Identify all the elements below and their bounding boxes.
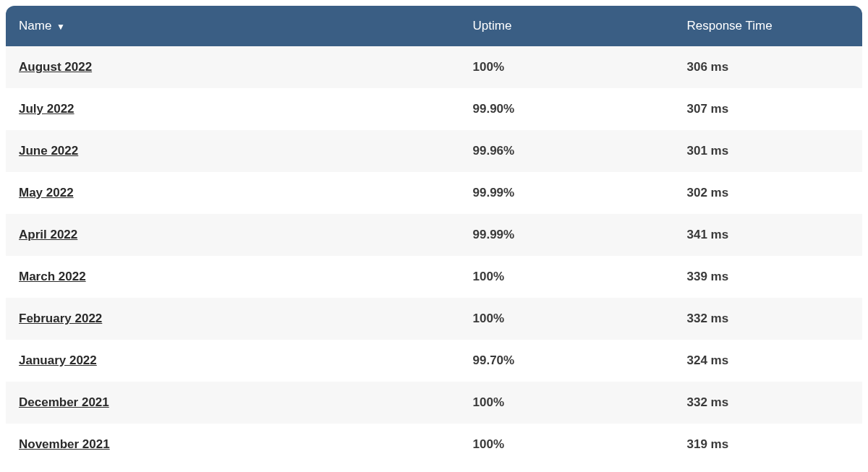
cell-uptime: 99.70% <box>460 340 674 382</box>
cell-response-time: 302 ms <box>674 172 862 214</box>
period-link[interactable]: July 2022 <box>19 102 75 116</box>
table-body: August 2022100%306 msJuly 202299.90%307 … <box>6 46 862 465</box>
header-uptime-label: Uptime <box>473 19 512 33</box>
cell-response-time: 324 ms <box>674 340 862 382</box>
cell-name: February 2022 <box>6 298 460 340</box>
period-link[interactable]: January 2022 <box>19 353 97 367</box>
cell-uptime: 100% <box>460 424 674 465</box>
cell-name: December 2021 <box>6 382 460 424</box>
sort-descending-icon: ▼ <box>56 22 65 32</box>
cell-uptime: 100% <box>460 46 674 88</box>
cell-name: November 2021 <box>6 424 460 465</box>
cell-uptime: 100% <box>460 382 674 424</box>
cell-response-time: 307 ms <box>674 88 862 130</box>
period-link[interactable]: December 2021 <box>19 395 109 409</box>
table-row: November 2021100%319 ms <box>6 424 862 465</box>
table-row: July 202299.90%307 ms <box>6 88 862 130</box>
table-row: April 202299.99%341 ms <box>6 214 862 256</box>
period-link[interactable]: April 2022 <box>19 228 77 241</box>
cell-name: May 2022 <box>6 172 460 214</box>
cell-uptime: 99.90% <box>460 88 674 130</box>
period-link[interactable]: March 2022 <box>19 270 86 283</box>
table-row: March 2022100%339 ms <box>6 256 862 298</box>
table-row: June 202299.96%301 ms <box>6 130 862 172</box>
uptime-table: Name ▼ Uptime Response Time August 20221… <box>6 6 862 465</box>
cell-response-time: 332 ms <box>674 382 862 424</box>
cell-response-time: 332 ms <box>674 298 862 340</box>
period-link[interactable]: February 2022 <box>19 312 102 325</box>
table-row: January 202299.70%324 ms <box>6 340 862 382</box>
cell-name: June 2022 <box>6 130 460 172</box>
table-row: May 202299.99%302 ms <box>6 172 862 214</box>
cell-uptime: 100% <box>460 256 674 298</box>
header-name-label: Name <box>19 19 51 33</box>
cell-name: August 2022 <box>6 46 460 88</box>
cell-response-time: 301 ms <box>674 130 862 172</box>
period-link[interactable]: June 2022 <box>19 144 78 158</box>
table-row: August 2022100%306 ms <box>6 46 862 88</box>
cell-uptime: 100% <box>460 298 674 340</box>
cell-uptime: 99.99% <box>460 172 674 214</box>
period-link[interactable]: August 2022 <box>19 60 92 74</box>
cell-name: April 2022 <box>6 214 460 256</box>
cell-response-time: 319 ms <box>674 424 862 465</box>
table-row: December 2021100%332 ms <box>6 382 862 424</box>
cell-name: March 2022 <box>6 256 460 298</box>
table-row: February 2022100%332 ms <box>6 298 862 340</box>
cell-uptime: 99.99% <box>460 214 674 256</box>
cell-name: January 2022 <box>6 340 460 382</box>
cell-uptime: 99.96% <box>460 130 674 172</box>
cell-response-time: 341 ms <box>674 214 862 256</box>
header-response-time[interactable]: Response Time <box>674 6 862 46</box>
header-uptime[interactable]: Uptime <box>460 6 674 46</box>
cell-name: July 2022 <box>6 88 460 130</box>
table-header-row: Name ▼ Uptime Response Time <box>6 6 862 46</box>
header-name[interactable]: Name ▼ <box>6 6 460 46</box>
header-response-time-label: Response Time <box>687 19 773 33</box>
cell-response-time: 339 ms <box>674 256 862 298</box>
cell-response-time: 306 ms <box>674 46 862 88</box>
period-link[interactable]: May 2022 <box>19 186 74 199</box>
period-link[interactable]: November 2021 <box>19 437 110 451</box>
